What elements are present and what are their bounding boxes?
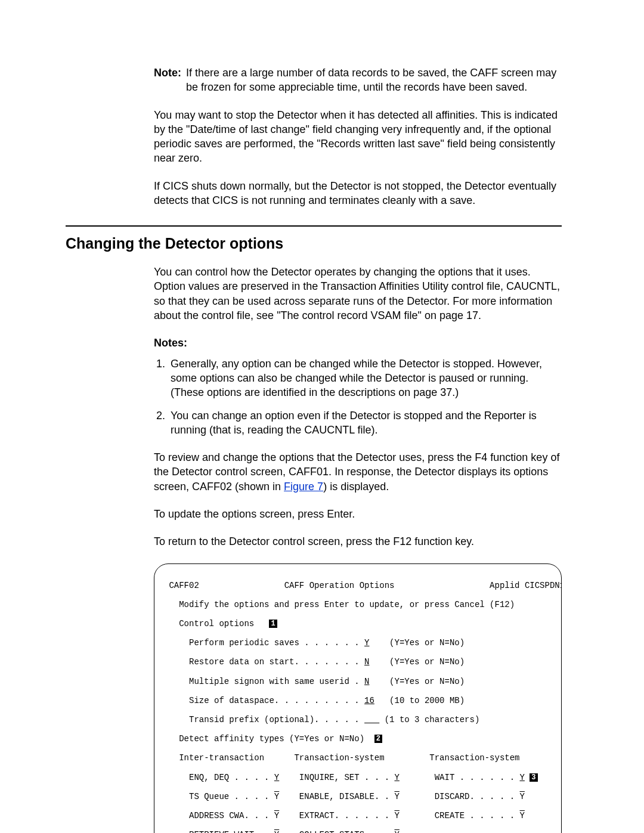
discard-field[interactable]: Y	[520, 792, 525, 801]
collect-stats-field[interactable]: Y	[394, 830, 399, 833]
term-line-address-cwa: ADDRESS CWA. . . Y EXTRACT. . . . . . Y …	[164, 811, 552, 820]
address-cwa-field[interactable]: Y	[274, 811, 279, 820]
para-review-change: To review and change the options that th…	[154, 450, 562, 494]
extract-field[interactable]: Y	[394, 811, 399, 820]
ts-queue-field[interactable]: Y	[274, 792, 279, 801]
enable-disable-field[interactable]: Y	[394, 792, 399, 801]
term-line-multiple-signon: Multiple signon with same userid . N (Y=…	[164, 677, 552, 686]
retrieve-wait-field[interactable]: Y	[274, 830, 279, 833]
note-if-large-records: Note: If there are a large number of dat…	[154, 66, 562, 95]
term-line-restore-data: Restore data on start. . . . . . . N (Y=…	[164, 657, 552, 667]
term-line-col-headers: Inter-transaction Transaction-system Tra…	[164, 753, 552, 763]
transid-prefix-field[interactable]	[364, 715, 379, 724]
para-stop-detector: You may want to stop the Detector when i…	[154, 108, 562, 166]
dataspace-field[interactable]: 16	[364, 696, 374, 705]
term-line-control-options: Control options 1	[164, 619, 552, 628]
term-line-detect-heading: Detect affinity types (Y=Yes or N=No) 2	[164, 734, 552, 744]
para-cics-shutdown: If CICS shuts down normally, but the Det…	[154, 179, 562, 208]
text-post: ) is displayed.	[323, 481, 389, 493]
figure-7-link[interactable]: Figure 7	[284, 481, 323, 493]
notes-label: Notes:	[154, 336, 562, 350]
notes-item-2: You can change an option even if the Det…	[168, 408, 562, 438]
callout-1: 1	[269, 620, 277, 628]
term-line-header: CAFF02 CAFF Operation Options Applid CIC…	[164, 581, 552, 590]
term-line-periodic-saves: Perform periodic saves . . . . . . Y (Y=…	[164, 638, 552, 648]
create-field[interactable]: Y	[520, 811, 525, 820]
note-text: If there are a large number of data reco…	[186, 66, 562, 95]
term-line-instruction: Modify the options and press Enter to up…	[164, 600, 552, 609]
callout-2: 2	[374, 735, 382, 743]
section-divider	[66, 225, 562, 227]
notes-item-1: Generally, any option can be changed whi…	[168, 357, 562, 400]
para-control-detector: You can control how the Detector operate…	[154, 265, 562, 323]
term-line-retrieve-wait: RETRIEVE WAIT. . Y COLLECT STATS. . . Y	[164, 830, 552, 833]
term-line-dataspace: Size of dataspace. . . . . . . . . 16 (1…	[164, 696, 552, 705]
callout-3: 3	[530, 773, 537, 782]
wait-field[interactable]: Y	[520, 773, 525, 782]
term-line-tsqueue: TS Queue . . . . Y ENABLE, DISABLE. . Y …	[164, 792, 552, 801]
term-line-transid-prefix: Transid prefix (optional). . . . . (1 to…	[164, 715, 552, 724]
para-return-f12: To return to the Detector control screen…	[154, 534, 562, 549]
page: Note: If there are a large number of dat…	[0, 0, 644, 833]
para-update-options: To update the options screen, press Ente…	[154, 507, 562, 521]
enq-deq-field[interactable]: Y	[274, 773, 279, 782]
notes-list: Generally, any option can be changed whi…	[154, 357, 562, 437]
note-label: Note:	[154, 66, 186, 80]
heading-changing-detector-options: Changing the Detector options	[66, 234, 562, 254]
terminal-screen-caff02: CAFF02 CAFF Operation Options Applid CIC…	[154, 563, 562, 833]
term-line-enq: ENQ, DEQ . . . . Y INQUIRE, SET . . . Y …	[164, 773, 552, 782]
inquire-set-field[interactable]: Y	[394, 773, 399, 782]
